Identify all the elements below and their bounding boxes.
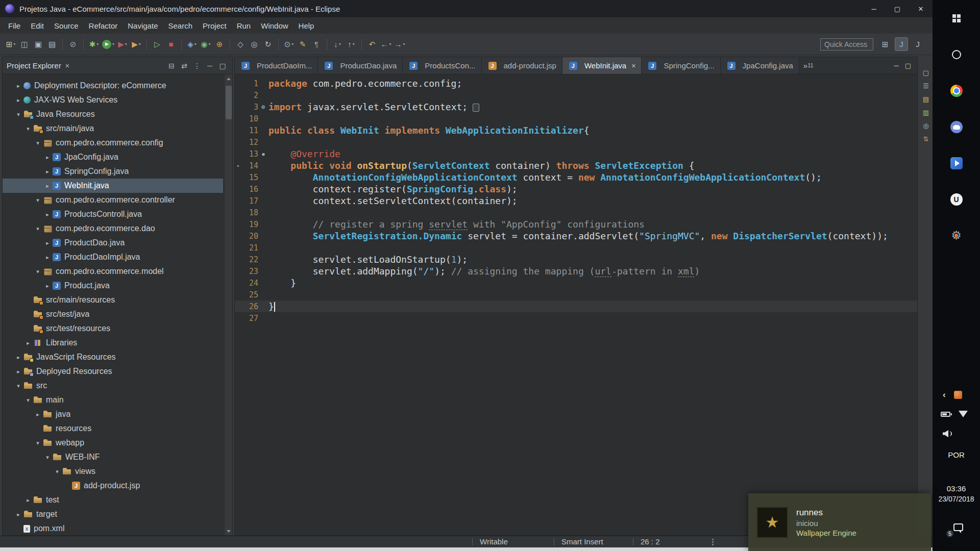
- tree-item-com-pedro-ecommerce-config[interactable]: ▾com.pedro.ecommerce.config: [3, 136, 223, 150]
- language-indicator[interactable]: POR: [933, 450, 980, 459]
- code-line-24[interactable]: 24 }: [235, 277, 917, 289]
- toolbar-search-button[interactable]: ◎: [248, 37, 261, 51]
- expand-fold-icon[interactable]: ⊕: [258, 103, 268, 111]
- toolbar-new-button[interactable]: ⊞▾: [4, 37, 17, 51]
- search-view-icon[interactable]: ◎: [923, 122, 928, 130]
- tree-item-springconfig-java[interactable]: ▸JSpringConfig.java: [3, 164, 223, 179]
- tree-item-jpaconfig-java[interactable]: ▸JJpaConfig.java: [3, 150, 223, 164]
- tree-item-productdao-java[interactable]: ▸JProductDao.java: [3, 236, 223, 250]
- toolbar-external-tools-button[interactable]: ▶▾: [130, 37, 143, 51]
- code-line-11[interactable]: 11public class WebInit implements WebApp…: [235, 124, 917, 136]
- code-line-10[interactable]: 10: [235, 113, 917, 124]
- scrollbar-thumb[interactable]: [226, 86, 232, 119]
- toolbar-mark-occurrences-button[interactable]: ✎: [296, 37, 309, 51]
- code-line-12[interactable]: 12: [235, 136, 917, 148]
- collapsed-arrow-icon[interactable]: ▸: [14, 368, 22, 375]
- menu-refactor[interactable]: Refactor: [84, 17, 123, 34]
- toolbar-back-button[interactable]: ←▾: [379, 37, 393, 51]
- tree-item-product-java[interactable]: ▸JProduct.java: [3, 279, 223, 293]
- collapsed-arrow-icon[interactable]: ▸: [24, 497, 32, 504]
- collapsed-arrow-icon[interactable]: ▸: [43, 283, 52, 289]
- toolbar-next-annotation-button[interactable]: ↓▾: [331, 37, 344, 51]
- tasks-view-icon[interactable]: ▤: [923, 95, 929, 103]
- code-line-1[interactable]: 1package com.pedro.ecommerce.config;: [235, 78, 917, 89]
- collapsed-arrow-icon[interactable]: ▸: [14, 83, 22, 89]
- tab-productdao-java[interactable]: JProductDao.java: [318, 57, 403, 74]
- tree-item-test[interactable]: ▸test: [3, 493, 223, 507]
- start-button[interactable]: [933, 0, 980, 36]
- toolbar-create-package-button[interactable]: ⊕: [213, 37, 226, 51]
- collapsed-arrow-icon[interactable]: ▸: [14, 97, 22, 104]
- console-view-icon[interactable]: ▥: [923, 109, 929, 116]
- link-with-editor-icon[interactable]: ⇄: [179, 60, 190, 71]
- toolbar-debug-button[interactable]: ✱▾: [87, 37, 101, 51]
- expanded-arrow-icon[interactable]: ▾: [24, 397, 32, 404]
- toolbar-print-button[interactable]: ▤: [45, 37, 59, 51]
- hidden-icons-chevron[interactable]: ‹: [943, 390, 946, 400]
- tree-item-src[interactable]: ▾src: [3, 379, 223, 393]
- tree-item-pom-xml[interactable]: xpom.xml: [3, 521, 223, 535]
- tray-app-icon[interactable]: [954, 391, 962, 399]
- tree-item-webinit-java[interactable]: ▸JWebInit.java: [3, 179, 223, 193]
- menu-edit[interactable]: Edit: [26, 17, 49, 34]
- collapse-all-icon[interactable]: ⊟: [166, 60, 177, 71]
- tab-springconfig[interactable]: JSpringConfig...: [642, 57, 720, 74]
- menu-source[interactable]: Source: [49, 17, 84, 34]
- menu-project[interactable]: Project: [198, 17, 232, 34]
- minimize-view-icon[interactable]: ─: [204, 60, 215, 71]
- toolbar-open-element-button[interactable]: ◇: [234, 37, 247, 51]
- java-perspective-button[interactable]: J: [911, 37, 924, 51]
- close-window-button[interactable]: ✕: [909, 0, 933, 17]
- scroll-up-icon[interactable]: [225, 74, 233, 83]
- explorer-scrollbar[interactable]: [224, 74, 232, 535]
- tree-item-views[interactable]: ▾views: [3, 464, 223, 479]
- volume-icon[interactable]: [943, 430, 953, 438]
- tree-item-webapp[interactable]: ▾webapp: [3, 436, 223, 450]
- scroll-down-icon[interactable]: [225, 527, 233, 535]
- tab-overflow-indicator[interactable]: » 11: [803, 61, 814, 70]
- project-explorer-tab[interactable]: Project Explorer: [7, 61, 61, 70]
- tree-item-deployed-resources[interactable]: ▸Deployed Resources: [3, 364, 223, 379]
- collapsed-arrow-icon[interactable]: ▸: [43, 183, 52, 189]
- restore-window-button[interactable]: ▢: [886, 0, 909, 17]
- wallpaper-engine-button[interactable]: ⚙: [933, 217, 980, 254]
- tree-item-libraries[interactable]: ▸Libraries: [3, 336, 223, 350]
- close-tab-icon[interactable]: ×: [631, 62, 635, 70]
- toolbar-prev-annotation-button[interactable]: ↑▾: [345, 37, 358, 51]
- collapsed-arrow-icon[interactable]: ▸: [14, 354, 22, 361]
- tree-item-com-pedro-ecommerce-model[interactable]: ▾com.pedro.ecommerce.model: [3, 264, 223, 279]
- java-ee-perspective-button[interactable]: J: [895, 37, 908, 51]
- tree-item-main[interactable]: ▾main: [3, 393, 223, 407]
- tab-add-product-jsp[interactable]: Jadd-product.jsp: [482, 57, 562, 74]
- battery-icon[interactable]: [941, 412, 950, 417]
- tree-item-javascript-resources[interactable]: ▸JavaScript Resources: [3, 350, 223, 364]
- menu-search[interactable]: Search: [163, 17, 198, 34]
- quick-access-input[interactable]: Quick Access: [820, 38, 873, 51]
- chrome-button[interactable]: [933, 72, 980, 109]
- discord-button[interactable]: [933, 109, 980, 145]
- expanded-arrow-icon[interactable]: ▾: [34, 226, 42, 232]
- code-line-3[interactable]: 3⊕import javax.servlet.ServletContext;: [235, 101, 917, 113]
- toolbar-run-button[interactable]: ▶▾: [101, 37, 115, 51]
- code-line-21[interactable]: 21: [235, 242, 917, 254]
- toolbar-annotations-button[interactable]: ⊙▾: [282, 37, 296, 51]
- toolbar-run-server-button[interactable]: ▷: [151, 37, 164, 51]
- code-line-23[interactable]: 23 servlet.addMapping("/"); // assigning…: [235, 265, 917, 277]
- minimize-window-button[interactable]: ─: [862, 0, 886, 17]
- tree-item-src-main-resources[interactable]: src/main/resources: [3, 293, 223, 307]
- code-editor[interactable]: 1package com.pedro.ecommerce.config;23⊕i…: [235, 74, 917, 535]
- toolbar-last-edit-button[interactable]: ↶: [365, 37, 379, 51]
- code-line-20[interactable]: 20 ServletRegistration.Dynamic servlet =…: [235, 230, 917, 242]
- code-line-14[interactable]: ▸14 public void onStartup(ServletContext…: [235, 160, 917, 171]
- tab-productdaoim[interactable]: JProductDaoIm...: [235, 57, 318, 74]
- tab-jpaconfig-java[interactable]: JJpaConfig.java: [721, 57, 799, 74]
- tree-item-java-resources[interactable]: ▾Java Resources: [3, 107, 223, 121]
- collapsed-arrow-icon[interactable]: ▸: [43, 154, 52, 161]
- blue-app-button[interactable]: [933, 145, 980, 181]
- toolbar-skip-breakpoints-button[interactable]: ⊘: [66, 37, 80, 51]
- unreal-engine-button[interactable]: U: [933, 181, 980, 217]
- tree-item-java[interactable]: ▸java: [3, 407, 223, 421]
- outline-view-icon[interactable]: ☰: [923, 82, 929, 90]
- collapsed-arrow-icon[interactable]: ▸: [43, 254, 52, 261]
- expanded-arrow-icon[interactable]: ▾: [34, 440, 42, 446]
